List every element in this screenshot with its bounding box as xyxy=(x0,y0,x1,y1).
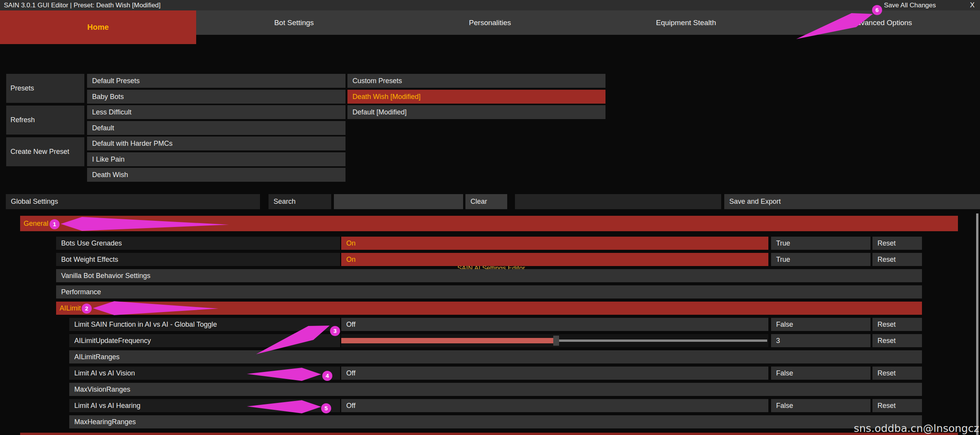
toggle-control[interactable]: Off xyxy=(341,367,768,380)
clear-button[interactable]: Clear xyxy=(465,194,507,209)
setting-label: Limit SAIN Function in AI vs AI - Global… xyxy=(69,318,340,331)
value-box[interactable]: False xyxy=(771,318,871,331)
value-box[interactable]: False xyxy=(771,367,871,380)
annotation-circle-6: 6 xyxy=(872,5,882,15)
save-all-changes-button[interactable]: Save All Changes xyxy=(884,0,936,10)
toggle-control[interactable]: Off xyxy=(341,399,768,412)
reset-button[interactable]: Reset xyxy=(872,334,922,347)
save-and-export-button[interactable]: Save and Export xyxy=(724,194,980,209)
reset-button[interactable]: Reset xyxy=(872,237,922,250)
default-presets-header: Default Presets xyxy=(87,74,345,88)
annotation-circle-5: 5 xyxy=(321,403,331,413)
global-settings-button[interactable]: Global Settings xyxy=(6,194,260,209)
value-box[interactable]: True xyxy=(771,253,871,266)
tab-advanced-options[interactable]: Advanced Options xyxy=(784,10,980,35)
toggle-control[interactable]: On xyxy=(341,237,768,250)
group-row[interactable]: Vanilla Bot Behavior Settings xyxy=(56,269,922,282)
slider-handle[interactable] xyxy=(553,336,559,346)
preset-item[interactable]: Default [Modified] xyxy=(347,105,605,119)
section-header[interactable]: AILimit xyxy=(56,302,922,315)
setting-label: AILimitUpdateFrequency xyxy=(69,334,340,347)
annotation-circle-3: 3 xyxy=(330,326,340,336)
vertical-scrollbar[interactable] xyxy=(976,213,978,435)
preset-item[interactable]: Baby Bots xyxy=(87,90,345,104)
window-title: SAIN 3.0.1 GUI Editor | Preset: Death Wi… xyxy=(4,0,161,10)
group-row[interactable]: Performance xyxy=(56,285,922,299)
toggle-control[interactable]: On xyxy=(341,253,768,266)
preset-item[interactable]: I Like Pain xyxy=(87,152,345,166)
close-button[interactable]: X xyxy=(970,0,975,10)
preset-item[interactable]: Less Difficult xyxy=(87,105,345,119)
preset-item[interactable]: Default with Harder PMCs xyxy=(87,136,345,150)
group-row[interactable]: MaxVisionRanges xyxy=(69,383,922,396)
sidebar-button-0[interactable]: Presets xyxy=(6,74,84,103)
value-box[interactable]: True xyxy=(771,237,871,250)
setting-label: Bot Weight Effects xyxy=(56,253,340,266)
reset-button[interactable]: Reset xyxy=(872,399,922,412)
watermark: sns.oddba.cn@lnsongcz xyxy=(854,422,979,434)
slider-control[interactable] xyxy=(341,334,768,347)
group-row[interactable]: AILimitRanges xyxy=(69,350,922,363)
sidebar-button-1[interactable]: Refresh xyxy=(6,106,84,135)
toggle-control[interactable]: Off xyxy=(341,318,768,331)
sidebar-button-2[interactable]: Create New Preset xyxy=(6,137,84,166)
group-row[interactable]: MaxHearingRanges xyxy=(69,415,922,428)
preset-item[interactable]: Death Wish [Modified] xyxy=(347,90,605,104)
preset-item[interactable]: Death Wish xyxy=(87,168,345,182)
filter-input[interactable] xyxy=(515,194,721,209)
tab-home[interactable]: Home xyxy=(0,10,196,44)
next-section-sliver xyxy=(20,433,958,435)
custom-presets-header: Custom Presets xyxy=(347,74,605,88)
tab-bot-settings[interactable]: Bot Settings xyxy=(196,10,392,35)
reset-button[interactable]: Reset xyxy=(872,367,922,380)
reset-button[interactable]: Reset xyxy=(872,318,922,331)
setting-label: Limit AI vs AI Vision xyxy=(69,367,340,380)
setting-label: Bots Use Grenades xyxy=(56,237,340,250)
tab-personalities[interactable]: Personalities xyxy=(392,10,588,35)
annotation-circle-1: 1 xyxy=(50,219,60,229)
slider-track xyxy=(553,339,767,342)
value-box[interactable]: 3 xyxy=(771,334,871,347)
reset-button[interactable]: Reset xyxy=(872,253,922,266)
title-bar: SAIN 3.0.1 GUI Editor | Preset: Death Wi… xyxy=(0,0,980,10)
section-header-general[interactable]: General xyxy=(20,216,958,231)
preset-item[interactable]: Default xyxy=(87,121,345,135)
annotation-circle-4: 4 xyxy=(322,371,332,381)
value-box[interactable]: False xyxy=(771,399,871,412)
slider-fill xyxy=(341,338,553,343)
setting-label: Limit AI vs AI Hearing xyxy=(69,399,340,412)
tab-equipment-stealth[interactable]: Equipment Stealth xyxy=(588,10,784,35)
search-input[interactable] xyxy=(334,194,463,209)
annotation-circle-2: 2 xyxy=(82,304,92,314)
search-label: Search xyxy=(269,194,331,209)
